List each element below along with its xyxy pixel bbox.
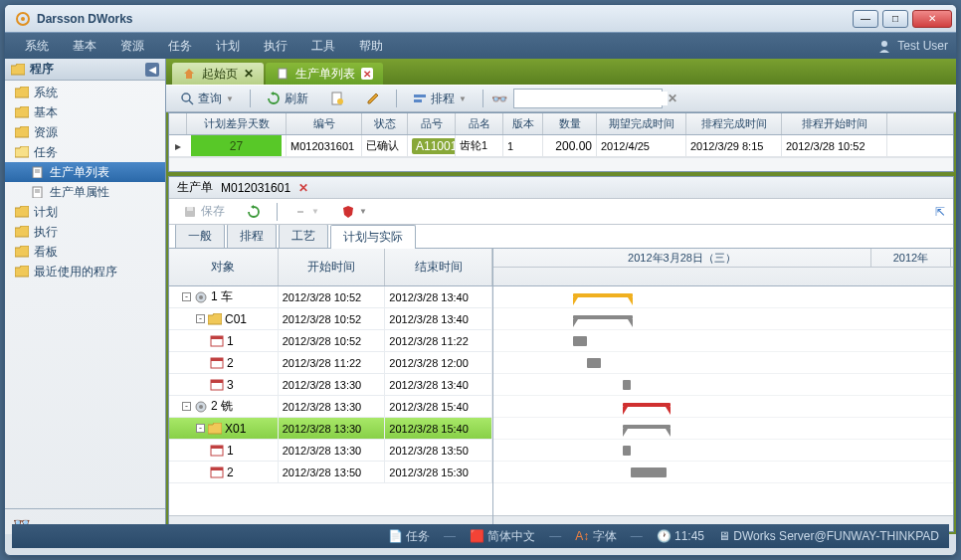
task-row[interactable]: 22012/3/28 11:222012/3/28 12:00 <box>169 352 492 374</box>
gantt-bar[interactable] <box>573 315 633 319</box>
shield-icon <box>341 205 355 219</box>
close-button[interactable]: ✕ <box>912 10 952 28</box>
sidebar-item[interactable]: 计划 <box>5 202 165 222</box>
shield-button[interactable]: ▼ <box>333 203 375 221</box>
column-header[interactable]: 品名 <box>456 113 503 134</box>
task-row[interactable]: 12012/3/28 13:302012/3/28 13:50 <box>169 440 492 462</box>
menu-item[interactable]: 系统 <box>13 34 61 59</box>
task-row[interactable]: -C012012/3/28 10:522012/3/28 13:40 <box>169 308 492 330</box>
expander-icon[interactable]: - <box>182 292 191 301</box>
menu-item[interactable]: 任务 <box>156 34 204 59</box>
sidebar-item[interactable]: 看板 <box>5 242 165 262</box>
column-header[interactable]: 结束时间 <box>385 249 492 285</box>
new-button[interactable] <box>322 90 352 107</box>
gantt-date-header: 2012年3月28日（三） <box>493 249 871 267</box>
subtab[interactable]: 排程 <box>227 224 277 248</box>
search-box[interactable]: ✕ <box>513 89 663 108</box>
sidebar-item[interactable]: 资源 <box>5 122 165 142</box>
sidebar-item[interactable]: 任务 <box>5 142 165 162</box>
gantt-bar[interactable] <box>623 380 631 390</box>
task-row[interactable]: -2 铣2012/3/28 13:302012/3/28 15:40 <box>169 396 492 418</box>
schedule-button[interactable]: 排程 ▼ <box>405 89 475 109</box>
menu-item[interactable]: 执行 <box>252 34 299 59</box>
gantt-bar[interactable] <box>587 358 601 368</box>
subtab[interactable]: 一般 <box>175 224 225 248</box>
svg-rect-31 <box>211 467 223 470</box>
titlebar: Darsson DWorks — □ ✕ <box>5 5 956 33</box>
status-font[interactable]: A↕ 字体 <box>575 528 616 545</box>
task-row[interactable]: -X012012/3/28 13:302012/3/28 15:40 <box>169 418 492 440</box>
user-label[interactable]: Test User <box>877 39 948 53</box>
expander-icon[interactable]: - <box>196 424 205 433</box>
menu-item[interactable]: 计划 <box>204 34 252 59</box>
column-header[interactable]: 排程开始时间 <box>782 113 887 134</box>
task-row[interactable]: 12012/3/28 10:522012/3/28 11:22 <box>169 330 492 352</box>
sidebar-item[interactable]: 生产单属性 <box>5 182 165 202</box>
gantt-bar[interactable] <box>573 336 587 346</box>
sidebar-collapse-button[interactable]: ◀ <box>145 63 159 77</box>
tab-close-icon[interactable]: ✕ <box>361 68 373 80</box>
column-header[interactable]: 版本 <box>503 113 543 134</box>
menu-item[interactable]: 基本 <box>61 34 108 59</box>
chevron-down-icon: ▼ <box>226 94 234 103</box>
search-icon <box>180 92 194 105</box>
clear-search-icon[interactable]: ✕ <box>668 92 677 105</box>
column-header[interactable]: 开始时间 <box>279 249 386 285</box>
tab[interactable]: 起始页✕ <box>172 63 264 85</box>
menu-item[interactable]: 工具 <box>299 34 347 59</box>
sidebar-item[interactable]: 基本 <box>5 102 165 122</box>
svg-point-1 <box>21 17 25 21</box>
gantt-bar[interactable] <box>623 403 671 407</box>
refresh-detail-button[interactable] <box>239 203 269 221</box>
gantt-bar[interactable] <box>623 446 631 456</box>
expander-icon[interactable]: - <box>196 314 205 323</box>
tab-close-icon[interactable]: ✕ <box>244 67 254 81</box>
column-header[interactable]: 状态 <box>362 113 408 134</box>
query-button[interactable]: 查询 ▼ <box>172 89 242 109</box>
sidebar-item[interactable]: 执行 <box>5 222 165 242</box>
column-header[interactable]: 排程完成时间 <box>686 113 782 134</box>
menu-item[interactable]: 帮助 <box>347 34 395 59</box>
maximize-button[interactable]: □ <box>882 10 908 28</box>
column-header[interactable]: 计划差异天数 <box>187 113 287 134</box>
refresh-button[interactable]: 刷新 <box>259 89 316 109</box>
content-area: 起始页✕生产单列表✕ 查询 ▼ 刷新 排程 <box>166 59 956 534</box>
table-cell: A11001 <box>408 135 456 156</box>
gantt-bar[interactable] <box>623 425 671 429</box>
task-row[interactable]: 22012/3/28 13:502012/3/28 15:30 <box>169 462 492 483</box>
sidebar-header: 程序 ◀ <box>5 59 165 81</box>
status-task[interactable]: 📄 任务 <box>388 528 430 545</box>
task-row[interactable]: 32012/3/28 13:302012/3/28 13:40 <box>169 374 492 396</box>
edit-button[interactable] <box>358 90 388 107</box>
detail-title-no: M012031601 <box>221 181 290 195</box>
svg-rect-29 <box>211 446 223 449</box>
subtab[interactable]: 计划与实际 <box>330 225 416 249</box>
table-row[interactable]: ▸ 27M012031601已确认A11001齿轮11200.002012/4/… <box>169 135 953 157</box>
sidebar-item[interactable]: 系统 <box>5 83 165 102</box>
table-cell: 2012/4/25 <box>597 135 686 156</box>
svg-rect-21 <box>211 336 223 339</box>
sidebar-item[interactable]: 最近使用的程序 <box>5 262 165 281</box>
link-button[interactable]: ▼ <box>286 203 327 221</box>
search-input[interactable] <box>518 92 668 105</box>
gantt-bar[interactable] <box>573 293 633 297</box>
row-indicator-icon: ▸ <box>169 139 187 153</box>
close-detail-icon[interactable]: ✕ <box>298 181 308 195</box>
column-header[interactable]: 对象 <box>169 249 279 285</box>
minimize-button[interactable]: — <box>853 10 878 28</box>
popout-icon[interactable]: ⇱ <box>935 205 945 219</box>
user-icon <box>877 39 891 53</box>
column-header[interactable]: 期望完成时间 <box>597 113 686 134</box>
sidebar-item[interactable]: 生产单列表 <box>5 162 165 182</box>
subtab[interactable]: 工艺 <box>279 224 328 248</box>
column-header[interactable]: 数量 <box>543 113 597 134</box>
column-header[interactable]: 编号 <box>287 113 362 134</box>
tab[interactable]: 生产单列表✕ <box>266 63 383 85</box>
status-lang[interactable]: 🟥 简体中文 <box>470 528 535 545</box>
column-header[interactable]: 品号 <box>408 113 456 134</box>
menu-item[interactable]: 资源 <box>108 34 156 59</box>
gantt-bar[interactable] <box>631 467 667 477</box>
expander-icon[interactable]: - <box>182 402 191 411</box>
task-row[interactable]: -1 车2012/3/28 10:522012/3/28 13:40 <box>169 286 492 308</box>
gantt-row <box>493 308 953 330</box>
